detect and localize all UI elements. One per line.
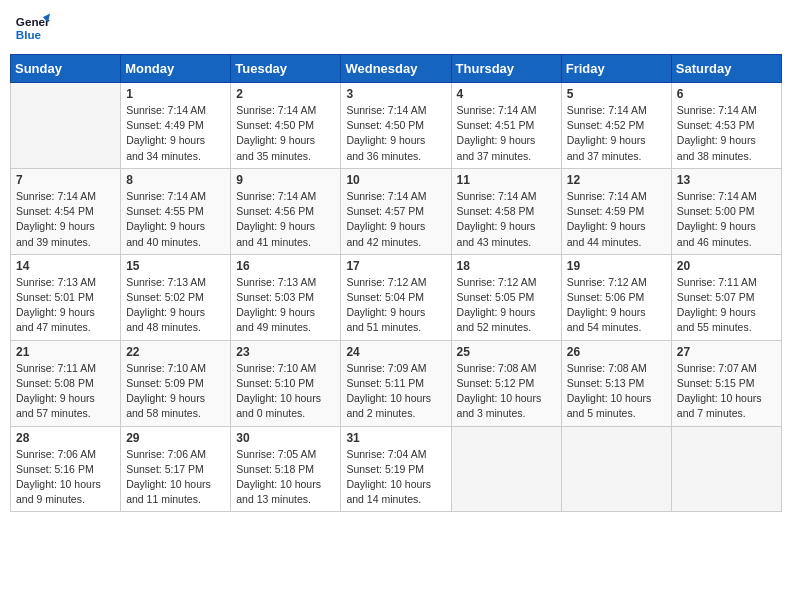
- weekday-header: Tuesday: [231, 55, 341, 83]
- day-number: 24: [346, 345, 445, 359]
- day-info: Sunrise: 7:11 AMSunset: 5:07 PMDaylight:…: [677, 275, 776, 336]
- day-number: 9: [236, 173, 335, 187]
- day-info: Sunrise: 7:10 AMSunset: 5:09 PMDaylight:…: [126, 361, 225, 422]
- day-number: 30: [236, 431, 335, 445]
- day-number: 21: [16, 345, 115, 359]
- calendar-cell: [451, 426, 561, 512]
- svg-text:Blue: Blue: [16, 28, 42, 41]
- day-number: 28: [16, 431, 115, 445]
- day-number: 4: [457, 87, 556, 101]
- day-info: Sunrise: 7:13 AMSunset: 5:02 PMDaylight:…: [126, 275, 225, 336]
- day-info: Sunrise: 7:14 AMSunset: 4:59 PMDaylight:…: [567, 189, 666, 250]
- calendar-table: SundayMondayTuesdayWednesdayThursdayFrid…: [10, 54, 782, 512]
- calendar-cell: 20Sunrise: 7:11 AMSunset: 5:07 PMDayligh…: [671, 254, 781, 340]
- day-info: Sunrise: 7:14 AMSunset: 4:50 PMDaylight:…: [346, 103, 445, 164]
- day-info: Sunrise: 7:13 AMSunset: 5:01 PMDaylight:…: [16, 275, 115, 336]
- day-info: Sunrise: 7:04 AMSunset: 5:19 PMDaylight:…: [346, 447, 445, 508]
- weekday-header: Sunday: [11, 55, 121, 83]
- day-info: Sunrise: 7:11 AMSunset: 5:08 PMDaylight:…: [16, 361, 115, 422]
- day-number: 5: [567, 87, 666, 101]
- day-number: 25: [457, 345, 556, 359]
- calendar-cell: 27Sunrise: 7:07 AMSunset: 5:15 PMDayligh…: [671, 340, 781, 426]
- day-info: Sunrise: 7:14 AMSunset: 4:54 PMDaylight:…: [16, 189, 115, 250]
- day-number: 19: [567, 259, 666, 273]
- calendar-cell: 25Sunrise: 7:08 AMSunset: 5:12 PMDayligh…: [451, 340, 561, 426]
- day-info: Sunrise: 7:12 AMSunset: 5:06 PMDaylight:…: [567, 275, 666, 336]
- day-info: Sunrise: 7:09 AMSunset: 5:11 PMDaylight:…: [346, 361, 445, 422]
- calendar-cell: 8Sunrise: 7:14 AMSunset: 4:55 PMDaylight…: [121, 168, 231, 254]
- day-number: 10: [346, 173, 445, 187]
- day-info: Sunrise: 7:07 AMSunset: 5:15 PMDaylight:…: [677, 361, 776, 422]
- day-info: Sunrise: 7:12 AMSunset: 5:05 PMDaylight:…: [457, 275, 556, 336]
- calendar-cell: 7Sunrise: 7:14 AMSunset: 4:54 PMDaylight…: [11, 168, 121, 254]
- calendar-cell: 21Sunrise: 7:11 AMSunset: 5:08 PMDayligh…: [11, 340, 121, 426]
- calendar-cell: 18Sunrise: 7:12 AMSunset: 5:05 PMDayligh…: [451, 254, 561, 340]
- calendar-cell: [671, 426, 781, 512]
- day-info: Sunrise: 7:14 AMSunset: 4:51 PMDaylight:…: [457, 103, 556, 164]
- weekday-header: Thursday: [451, 55, 561, 83]
- day-info: Sunrise: 7:14 AMSunset: 4:53 PMDaylight:…: [677, 103, 776, 164]
- day-number: 27: [677, 345, 776, 359]
- day-number: 26: [567, 345, 666, 359]
- day-info: Sunrise: 7:06 AMSunset: 5:17 PMDaylight:…: [126, 447, 225, 508]
- calendar-cell: 24Sunrise: 7:09 AMSunset: 5:11 PMDayligh…: [341, 340, 451, 426]
- day-number: 12: [567, 173, 666, 187]
- day-info: Sunrise: 7:14 AMSunset: 4:56 PMDaylight:…: [236, 189, 335, 250]
- day-number: 13: [677, 173, 776, 187]
- day-number: 20: [677, 259, 776, 273]
- day-info: Sunrise: 7:05 AMSunset: 5:18 PMDaylight:…: [236, 447, 335, 508]
- calendar-cell: 10Sunrise: 7:14 AMSunset: 4:57 PMDayligh…: [341, 168, 451, 254]
- page-header: General Blue: [10, 10, 782, 46]
- calendar-week-row: 14Sunrise: 7:13 AMSunset: 5:01 PMDayligh…: [11, 254, 782, 340]
- calendar-cell: 12Sunrise: 7:14 AMSunset: 4:59 PMDayligh…: [561, 168, 671, 254]
- day-info: Sunrise: 7:14 AMSunset: 4:58 PMDaylight:…: [457, 189, 556, 250]
- day-number: 15: [126, 259, 225, 273]
- calendar-cell: 14Sunrise: 7:13 AMSunset: 5:01 PMDayligh…: [11, 254, 121, 340]
- calendar-cell: 30Sunrise: 7:05 AMSunset: 5:18 PMDayligh…: [231, 426, 341, 512]
- calendar-cell: 26Sunrise: 7:08 AMSunset: 5:13 PMDayligh…: [561, 340, 671, 426]
- calendar-cell: 29Sunrise: 7:06 AMSunset: 5:17 PMDayligh…: [121, 426, 231, 512]
- day-number: 23: [236, 345, 335, 359]
- calendar-cell: 13Sunrise: 7:14 AMSunset: 5:00 PMDayligh…: [671, 168, 781, 254]
- day-info: Sunrise: 7:08 AMSunset: 5:12 PMDaylight:…: [457, 361, 556, 422]
- day-number: 1: [126, 87, 225, 101]
- calendar-cell: 3Sunrise: 7:14 AMSunset: 4:50 PMDaylight…: [341, 83, 451, 169]
- calendar-cell: 11Sunrise: 7:14 AMSunset: 4:58 PMDayligh…: [451, 168, 561, 254]
- day-number: 8: [126, 173, 225, 187]
- logo: General Blue: [14, 10, 50, 46]
- calendar-cell: 22Sunrise: 7:10 AMSunset: 5:09 PMDayligh…: [121, 340, 231, 426]
- weekday-header-row: SundayMondayTuesdayWednesdayThursdayFrid…: [11, 55, 782, 83]
- logo-icon: General Blue: [14, 10, 50, 46]
- day-number: 31: [346, 431, 445, 445]
- day-info: Sunrise: 7:14 AMSunset: 4:55 PMDaylight:…: [126, 189, 225, 250]
- calendar-cell: 31Sunrise: 7:04 AMSunset: 5:19 PMDayligh…: [341, 426, 451, 512]
- day-number: 29: [126, 431, 225, 445]
- calendar-cell: 1Sunrise: 7:14 AMSunset: 4:49 PMDaylight…: [121, 83, 231, 169]
- calendar-week-row: 21Sunrise: 7:11 AMSunset: 5:08 PMDayligh…: [11, 340, 782, 426]
- calendar-cell: 6Sunrise: 7:14 AMSunset: 4:53 PMDaylight…: [671, 83, 781, 169]
- calendar-week-row: 1Sunrise: 7:14 AMSunset: 4:49 PMDaylight…: [11, 83, 782, 169]
- day-info: Sunrise: 7:10 AMSunset: 5:10 PMDaylight:…: [236, 361, 335, 422]
- weekday-header: Friday: [561, 55, 671, 83]
- day-number: 2: [236, 87, 335, 101]
- day-number: 11: [457, 173, 556, 187]
- day-number: 16: [236, 259, 335, 273]
- calendar-week-row: 28Sunrise: 7:06 AMSunset: 5:16 PMDayligh…: [11, 426, 782, 512]
- calendar-cell: 2Sunrise: 7:14 AMSunset: 4:50 PMDaylight…: [231, 83, 341, 169]
- weekday-header: Wednesday: [341, 55, 451, 83]
- weekday-header: Saturday: [671, 55, 781, 83]
- calendar-cell: 16Sunrise: 7:13 AMSunset: 5:03 PMDayligh…: [231, 254, 341, 340]
- day-info: Sunrise: 7:14 AMSunset: 4:52 PMDaylight:…: [567, 103, 666, 164]
- day-info: Sunrise: 7:13 AMSunset: 5:03 PMDaylight:…: [236, 275, 335, 336]
- calendar-cell: [561, 426, 671, 512]
- day-number: 17: [346, 259, 445, 273]
- calendar-cell: 15Sunrise: 7:13 AMSunset: 5:02 PMDayligh…: [121, 254, 231, 340]
- calendar-cell: 28Sunrise: 7:06 AMSunset: 5:16 PMDayligh…: [11, 426, 121, 512]
- day-info: Sunrise: 7:14 AMSunset: 5:00 PMDaylight:…: [677, 189, 776, 250]
- calendar-cell: 5Sunrise: 7:14 AMSunset: 4:52 PMDaylight…: [561, 83, 671, 169]
- day-info: Sunrise: 7:12 AMSunset: 5:04 PMDaylight:…: [346, 275, 445, 336]
- day-info: Sunrise: 7:06 AMSunset: 5:16 PMDaylight:…: [16, 447, 115, 508]
- day-info: Sunrise: 7:08 AMSunset: 5:13 PMDaylight:…: [567, 361, 666, 422]
- calendar-week-row: 7Sunrise: 7:14 AMSunset: 4:54 PMDaylight…: [11, 168, 782, 254]
- calendar-cell: 23Sunrise: 7:10 AMSunset: 5:10 PMDayligh…: [231, 340, 341, 426]
